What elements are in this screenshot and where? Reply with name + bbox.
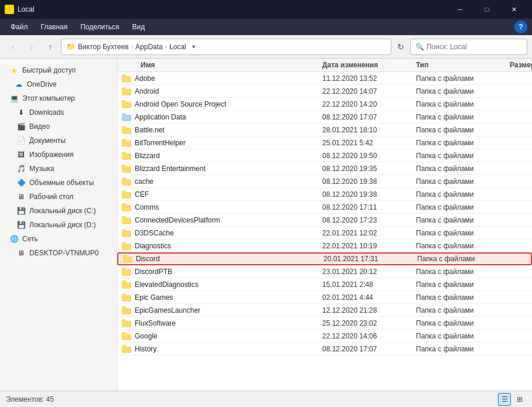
sidebar-item-onedrive[interactable]: ☁ OneDrive [0, 77, 117, 91]
main-area: ★ Быстрый доступ ☁ OneDrive 💻 Этот компь… [0, 59, 532, 391]
table-row[interactable]: cache 08.12.2020 19:38 Папка с файлами [117, 175, 532, 188]
column-size[interactable]: Размер [510, 61, 532, 69]
file-name-cell: Android Open Source Project [117, 100, 322, 108]
table-row[interactable]: Discord 20.01.2021 17:31 Папка с файлами [117, 252, 532, 265]
column-name[interactable]: Имя [117, 61, 322, 69]
breadcrumb-appdata[interactable]: AppData [135, 43, 163, 51]
table-row[interactable]: Adobe 11.12.2020 13:52 Папка с файлами [117, 72, 532, 85]
view-list-button[interactable]: ☰ [498, 393, 511, 406]
table-row[interactable]: Battle.net 28.01.2021 18:10 Папка с файл… [117, 124, 532, 136]
table-row[interactable]: BitTorrentHelper 25.01.2021 5:42 Папка с… [117, 136, 532, 149]
table-row[interactable]: FluxSoftware 25.12.2020 23:02 Папка с фа… [117, 317, 532, 330]
file-type-cell: Папка с файлами [416, 190, 510, 199]
diskd-icon: 💾 [16, 220, 26, 230]
sidebar-diskc-label: Локальный диск (C:) [29, 207, 96, 215]
file-type-cell: Папка с файлами [416, 268, 510, 276]
file-date-cell: 08.12.2020 19:50 [322, 152, 416, 160]
address-dropdown[interactable]: ▾ [189, 42, 199, 52]
file-type-cell: Папка с файлами [416, 74, 510, 83]
file-type-cell: Папка с файлами [416, 139, 510, 147]
table-row[interactable]: EpicGamesLauncher 12.12.2020 21:28 Папка… [117, 304, 532, 317]
table-row[interactable]: Blizzard 08.12.2020 19:50 Папка с файлам… [117, 149, 532, 162]
table-row[interactable]: History 08.12.2020 17:07 Папка с файлами [117, 343, 532, 355]
sidebar-item-images[interactable]: 🖼 Изображения [0, 148, 117, 162]
sidebar-item-video[interactable]: 🎬 Видео [0, 119, 117, 134]
file-type-cell: Папка с файлами [416, 87, 510, 95]
folder-icon [122, 216, 131, 224]
breadcrumb-sep-2: › [165, 43, 167, 50]
sidebar-item-downloads[interactable]: ⬇ Downloads [0, 105, 117, 119]
maximize-button[interactable]: □ [473, 0, 500, 19]
sidebar-item-3dobjects[interactable]: 🔷 Объемные объекты [0, 176, 117, 190]
sidebar-item-quickaccess[interactable]: ★ Быстрый доступ [0, 63, 117, 77]
close-button[interactable]: ✕ [500, 0, 527, 19]
titlebar: Local ─ □ ✕ [0, 0, 532, 19]
images-icon: 🖼 [16, 150, 26, 159]
file-name-cell: Epic Games [117, 293, 322, 302]
table-row[interactable]: DiscordPTB 23.01.2021 20:12 Папка с файл… [117, 265, 532, 278]
file-list-header: Имя Дата изменения Тип Размер [117, 59, 532, 72]
file-name-cell: D3DSCache [117, 229, 322, 237]
sidebar-item-desktop-computer[interactable]: 🖥 DESKTOP-VTNMUP0 [0, 246, 117, 260]
menu-home[interactable]: Главная [35, 20, 74, 33]
breadcrumb-local[interactable]: Local [169, 43, 186, 51]
folder-icon [122, 152, 131, 160]
file-type-cell: Папка с файлами [416, 100, 510, 108]
menu-share[interactable]: Поделиться [74, 20, 125, 33]
breadcrumb-user[interactable]: Виктор Бухтеев [78, 43, 129, 51]
file-name-cell: Adobe [117, 74, 322, 83]
refresh-button[interactable]: ↻ [394, 40, 408, 54]
up-button[interactable]: ↑ [42, 39, 59, 55]
sidebar-item-thispc[interactable]: 💻 Этот компьютер [0, 91, 117, 105]
file-name: FluxSoftware [135, 319, 176, 327]
file-name: Battle.net [135, 126, 165, 134]
table-row[interactable]: Epic Games 02.01.2021 4:44 Папка с файла… [117, 291, 532, 304]
file-type-cell: Папка с файлами [416, 242, 510, 250]
statusbar: Элементов: 45 ☰ ⊞ [0, 391, 532, 407]
table-row[interactable]: Android Open Source Project 22.12.2020 1… [117, 98, 532, 111]
sidebar-item-diskd[interactable]: 💾 Локальный диск (D:) [0, 218, 117, 232]
folder-icon [122, 229, 131, 237]
sidebar-item-network[interactable]: 🌐 Сеть [0, 232, 117, 246]
menu-view[interactable]: Вид [126, 20, 151, 33]
table-row[interactable]: Google 22.12.2020 14:06 Папка с файлами [117, 330, 532, 343]
forward-button[interactable]: › [23, 39, 40, 55]
help-button[interactable]: ? [514, 20, 527, 33]
file-name: Google [135, 332, 158, 340]
breadcrumb-folder-icon: 📁 [66, 42, 76, 51]
table-row[interactable]: CEF 08.12.2020 19:38 Папка с файлами [117, 188, 532, 201]
menu-file[interactable]: Файл [5, 20, 34, 33]
file-name-cell: BitTorrentHelper [117, 139, 322, 147]
search-box[interactable]: 🔍 [410, 39, 527, 55]
sidebar-item-desktop[interactable]: 🖥 Рабочий стол [0, 190, 117, 204]
table-row[interactable]: Application Data 08.12.2020 17:07 Папка … [117, 111, 532, 124]
sidebar-item-documents[interactable]: 📄 Документы [0, 134, 117, 148]
view-grid-button[interactable]: ⊞ [513, 393, 526, 406]
file-type-cell: Папка с файлами [416, 332, 510, 340]
sidebar-item-diskc[interactable]: 💾 Локальный диск (C:) [0, 204, 117, 218]
back-button[interactable]: ‹ [5, 39, 21, 55]
table-row[interactable]: Comms 08.12.2020 17:11 Папка с файлами [117, 201, 532, 214]
table-row[interactable]: Blizzard Entertainment 08.12.2020 19:35 … [117, 162, 532, 175]
table-row[interactable]: ElevatedDiagnostics 15.01.2021 2:48 Папк… [117, 278, 532, 291]
sidebar-item-music[interactable]: 🎵 Музыка [0, 162, 117, 176]
column-date[interactable]: Дата изменения [322, 61, 416, 69]
sidebar: ★ Быстрый доступ ☁ OneDrive 💻 Этот компь… [0, 59, 117, 391]
file-name-cell: Blizzard [117, 152, 322, 160]
address-bar[interactable]: 📁 Виктор Бухтеев › AppData › Local ▾ [61, 39, 391, 55]
minimize-button[interactable]: ─ [446, 0, 473, 19]
file-date-cell: 02.01.2021 4:44 [322, 293, 416, 302]
titlebar-left: Local [5, 5, 35, 14]
file-name-cell: History [117, 345, 322, 353]
column-type[interactable]: Тип [416, 61, 510, 69]
table-row[interactable]: ConnectedDevicesPlatform 08.12.2020 17:2… [117, 214, 532, 227]
folder-icon [122, 203, 131, 211]
table-row[interactable]: D3DSCache 22.01.2021 12:02 Папка с файла… [117, 227, 532, 240]
search-input[interactable] [427, 43, 522, 51]
file-date-cell: 28.01.2021 18:10 [322, 126, 416, 134]
folder-icon [122, 100, 131, 108]
objects3d-icon: 🔷 [16, 178, 26, 187]
file-rows: Adobe 11.12.2020 13:52 Папка с файлами A… [117, 72, 532, 355]
table-row[interactable]: Android 22.12.2020 14:07 Папка с файлами [117, 85, 532, 98]
table-row[interactable]: Diagnostics 22.01.2021 10:19 Папка с фай… [117, 240, 532, 252]
